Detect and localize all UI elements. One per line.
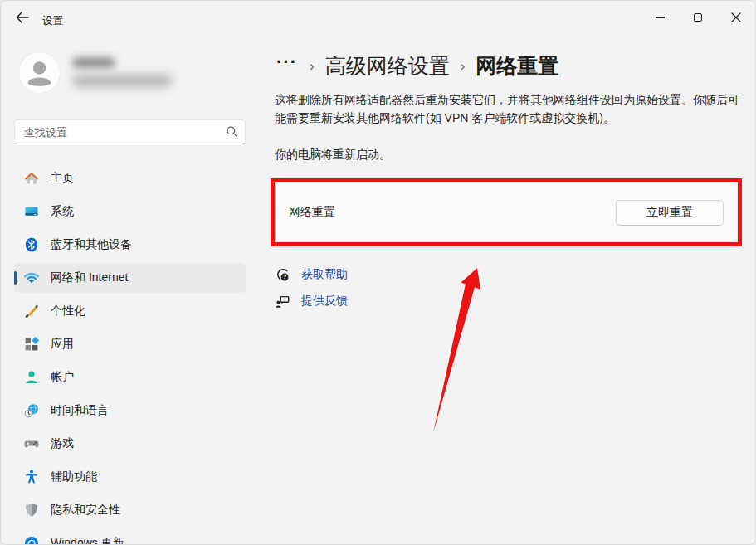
user-email-blurred xyxy=(72,75,172,87)
accessibility-icon xyxy=(23,469,40,485)
search-box xyxy=(14,119,246,144)
clock-globe-icon xyxy=(23,402,40,419)
window-title: 设置 xyxy=(42,14,63,28)
sidebar-item-windows-update[interactable]: Windows 更新 xyxy=(14,528,246,545)
maximize-icon xyxy=(694,13,702,22)
chevron-right-icon: › xyxy=(310,56,315,75)
get-help-row: ? 获取帮助 xyxy=(275,265,348,285)
sidebar-item-accessibility[interactable]: 辅助功能 xyxy=(14,462,246,492)
apps-icon xyxy=(23,336,40,353)
system-icon xyxy=(23,203,40,220)
network-reset-card: 网络重置 立即重置 xyxy=(275,182,738,242)
wifi-icon xyxy=(23,270,40,286)
sidebar-item-label: 帐户 xyxy=(51,370,74,385)
sidebar-item-label: 蓝牙和其他设备 xyxy=(51,237,132,252)
sidebar-item-label: 个性化 xyxy=(51,304,85,319)
sidebar-item-label: 网络和 Internet xyxy=(51,270,128,285)
reset-now-button[interactable]: 立即重置 xyxy=(616,200,724,226)
selected-accent-bar xyxy=(14,271,17,285)
back-button[interactable] xyxy=(9,5,36,30)
sidebar-item-label: 主页 xyxy=(51,171,74,186)
sidebar: 主页 系统 xyxy=(1,34,258,544)
network-reset-label: 网络重置 xyxy=(289,205,335,220)
chevron-right-icon: › xyxy=(461,56,466,75)
titlebar: 设置 xyxy=(1,1,755,34)
update-icon xyxy=(23,535,40,545)
bluetooth-icon xyxy=(23,236,40,253)
gamepad-icon xyxy=(23,436,40,452)
annotation-highlight-rectangle: 网络重置 立即重置 xyxy=(271,178,742,246)
main-content: ··· › 高级网络设置 › 网络重置 这将删除所有网络适配器然后重新安装它们，… xyxy=(258,34,755,544)
breadcrumb-parent-link[interactable]: 高级网络设置 xyxy=(325,52,450,80)
search-input[interactable] xyxy=(14,119,246,144)
sidebar-item-accounts[interactable]: 帐户 xyxy=(14,363,246,392)
help-question-bubble-icon: ? xyxy=(275,267,290,283)
sidebar-item-label: 应用 xyxy=(51,337,74,352)
sidebar-item-home[interactable]: 主页 xyxy=(14,163,246,193)
sidebar-item-gaming[interactable]: 游戏 xyxy=(14,429,246,459)
breadcrumb-ellipsis-button[interactable]: ··· xyxy=(275,58,299,73)
sidebar-item-label: 隐私和安全性 xyxy=(51,503,120,518)
page-description: 这将删除所有网络适配器然后重新安装它们，并将其他网络组件设回为原始设置。你随后可… xyxy=(275,91,741,127)
sidebar-item-label: 系统 xyxy=(51,204,74,219)
send-feedback-link[interactable]: 提供反馈 xyxy=(301,294,348,309)
send-feedback-row: 提供反馈 xyxy=(275,291,348,311)
sidebar-item-personalization[interactable]: 个性化 xyxy=(14,296,246,326)
sidebar-item-label: 辅助功能 xyxy=(51,470,97,484)
search-icon[interactable] xyxy=(226,125,239,139)
page-title: 网络重置 xyxy=(476,52,558,80)
maximize-button[interactable] xyxy=(679,1,717,34)
restart-note: 你的电脑将重新启动。 xyxy=(275,148,391,163)
sidebar-item-bluetooth-devices[interactable]: 蓝牙和其他设备 xyxy=(14,230,246,260)
back-arrow-icon xyxy=(16,12,29,23)
user-avatar[interactable] xyxy=(19,52,60,93)
window-controls xyxy=(641,1,755,34)
sidebar-item-label: Windows 更新 xyxy=(51,536,124,545)
user-name-blurred xyxy=(72,57,115,68)
sidebar-nav: 主页 系统 xyxy=(14,163,246,545)
sidebar-item-label: 游戏 xyxy=(51,436,74,451)
settings-window: 设置 xyxy=(0,0,756,545)
svg-text:?: ? xyxy=(283,274,286,280)
sidebar-item-system[interactable]: 系统 xyxy=(14,197,246,226)
brush-icon xyxy=(23,303,40,319)
home-icon xyxy=(23,170,40,187)
shield-icon xyxy=(23,502,40,518)
sidebar-item-time-language[interactable]: 时间和语言 xyxy=(14,396,246,426)
minimize-button[interactable] xyxy=(641,1,679,34)
avatar-person-icon xyxy=(19,52,60,93)
person-icon xyxy=(23,369,40,386)
sidebar-item-apps[interactable]: 应用 xyxy=(14,329,246,359)
breadcrumb: ··· › 高级网络设置 › 网络重置 xyxy=(275,51,558,80)
sidebar-item-network-internet[interactable]: 网络和 Internet xyxy=(14,263,246,293)
close-button[interactable] xyxy=(717,1,755,34)
sidebar-item-label: 时间和语言 xyxy=(51,403,109,418)
feedback-person-bubble-icon xyxy=(275,294,290,309)
minimize-icon xyxy=(656,17,665,17)
sidebar-item-privacy-security[interactable]: 隐私和安全性 xyxy=(14,495,246,525)
close-icon xyxy=(731,12,741,22)
get-help-link[interactable]: 获取帮助 xyxy=(301,267,348,282)
